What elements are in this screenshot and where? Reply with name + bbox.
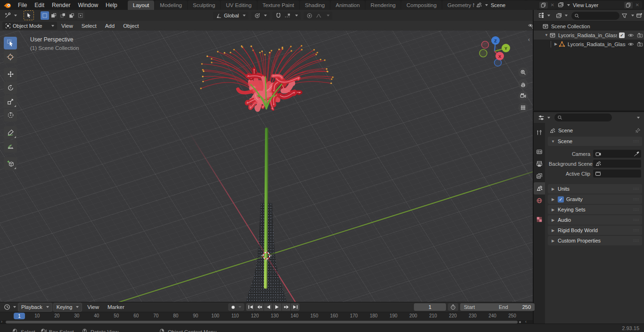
tool-select-box[interactable] (4, 37, 17, 49)
use-preview-range-button[interactable] (448, 303, 458, 311)
disclosure-closed-icon[interactable]: ▶ (553, 42, 559, 46)
tool-scale[interactable] (4, 95, 17, 108)
new-collection-icon[interactable] (636, 12, 643, 19)
menu-help[interactable]: Help (102, 0, 121, 10)
workspace-tab-compositing[interactable]: Compositing (401, 0, 442, 10)
tool-cursor[interactable] (4, 50, 17, 63)
property-field-camera[interactable] (593, 150, 641, 158)
axis-neg-y-ball[interactable] (479, 49, 487, 57)
tool-move[interactable] (4, 68, 17, 81)
toggle-perspective-button[interactable] (518, 103, 528, 113)
outliner-row-scene-collection[interactable]: Scene Collection (534, 22, 644, 31)
viewport-menu-view[interactable]: View (57, 22, 77, 30)
camera-restrict-icon[interactable] (637, 41, 643, 47)
tab-render[interactable] (534, 146, 545, 158)
zoom-button[interactable] (518, 67, 528, 77)
timeline-menu-marker[interactable]: Marker (103, 303, 129, 311)
viewport-menu-select[interactable]: Select (77, 22, 101, 30)
jump-to-end-button[interactable] (291, 303, 299, 311)
jump-to-start-button[interactable] (246, 303, 255, 311)
properties-search[interactable] (554, 113, 612, 121)
outliner-search[interactable] (571, 12, 619, 20)
eye-icon[interactable] (627, 41, 634, 47)
tool-add-cube[interactable] (4, 157, 17, 170)
viewport-3d[interactable]: User Perspective (1) Scene Collection Z … (0, 31, 533, 302)
tab-texture[interactable] (534, 213, 545, 226)
view-layer-name[interactable]: View Layer (571, 2, 623, 8)
property-field-background-scene[interactable] (593, 160, 641, 168)
tab-output[interactable] (534, 158, 545, 170)
timeline-editor-type[interactable] (2, 303, 18, 312)
tool-settings-editor-type[interactable] (2, 11, 19, 20)
auto-keying-button[interactable] (228, 303, 244, 311)
timeline-menu-playback[interactable]: Playback (18, 303, 52, 312)
play-button[interactable] (273, 303, 281, 311)
property-field-active-clip[interactable] (593, 170, 641, 178)
outliner-item-label[interactable]: Lycoris_Radiata_in_Glass_Vas (558, 32, 617, 38)
drag-handle-icon[interactable]: ∷∷ (634, 139, 639, 144)
workspace-tab-rendering[interactable]: Rendering (365, 0, 401, 10)
view-layer-selector[interactable]: View Layer ✕ (556, 1, 642, 9)
panel-header-keying-sets[interactable]: ▶Keying Sets∷∷ (548, 205, 642, 214)
axis-neg-x-ball[interactable] (482, 41, 489, 49)
play-reverse-button[interactable] (264, 303, 272, 311)
gravity-checkbox[interactable]: ✓ (558, 196, 564, 202)
snap-magnet-icon[interactable] (275, 13, 281, 19)
panel-header-scene[interactable]: ▼Scene∷∷ (548, 137, 642, 146)
menu-window[interactable]: Window (74, 0, 102, 10)
tool-transform[interactable] (4, 109, 17, 121)
mode-dropdown[interactable]: Object Mode (2, 22, 57, 30)
active-tool-select[interactable] (24, 10, 34, 20)
remove-view-layer-button[interactable]: ✕ (634, 2, 641, 8)
panel-header-units[interactable]: ▶Units∷∷ (548, 184, 642, 194)
proportional-editing-icon[interactable] (306, 13, 313, 19)
snap-target-icon[interactable] (284, 13, 290, 19)
drag-handle-icon[interactable]: ∷∷ (634, 218, 639, 222)
new-view-layer-button[interactable] (624, 2, 633, 8)
properties-editor-type[interactable] (536, 113, 552, 122)
scene-selector[interactable]: Scene ✕ (474, 1, 557, 9)
drag-handle-icon[interactable]: ∷∷ (634, 197, 639, 202)
select-mode-subtract[interactable] (58, 11, 67, 20)
select-mode-set[interactable] (41, 11, 49, 20)
pin-button[interactable] (635, 128, 641, 133)
timeline-menu-view[interactable]: View (83, 303, 103, 311)
tab-view-layer[interactable] (534, 170, 545, 182)
tab-tool[interactable] (534, 127, 545, 139)
timeline-menu-keying[interactable]: Keying (53, 303, 83, 312)
viewport-menu-object[interactable]: Object (119, 22, 143, 30)
panel-header-audio[interactable]: ▶Audio∷∷ (548, 215, 642, 225)
eyedropper-icon[interactable] (634, 151, 639, 157)
previous-keyframe-button[interactable] (255, 303, 264, 311)
workspace-tab-shading[interactable]: Shading (300, 0, 330, 10)
outliner-row-lycoris-radiata-in-glass[interactable]: ▶Lycoris_Radiata_in_Glass (534, 40, 644, 49)
workspace-tab-layout[interactable]: Layout (128, 0, 155, 10)
falloff-curve-icon[interactable] (315, 13, 322, 19)
select-mode-intersect[interactable] (76, 11, 85, 20)
camera-restrict-icon[interactable] (637, 32, 643, 38)
panel-header-custom-properties[interactable]: ▶Custom Properties∷∷ (548, 236, 642, 245)
tool-annotate[interactable] (4, 126, 17, 139)
tab-world[interactable] (534, 194, 545, 207)
frame-end-field[interactable]: End 250 (495, 303, 535, 311)
menu-edit[interactable]: Edit (31, 0, 48, 10)
outliner-item-label[interactable]: Scene Collection (551, 24, 641, 29)
timeline-ruler[interactable]: 1 10203040506070809010011012013014015016… (0, 312, 533, 320)
camera-view-button[interactable] (518, 91, 528, 101)
workspace-tab-modeling[interactable]: Modeling (155, 0, 187, 10)
select-mode-invert[interactable] (67, 11, 76, 20)
select-mode-extend[interactable] (50, 11, 58, 20)
workspace-tab-animation[interactable]: Animation (330, 0, 365, 10)
spider-lily-flower-object[interactable] (186, 37, 347, 147)
drag-handle-icon[interactable]: ∷∷ (634, 228, 639, 233)
next-keyframe-button[interactable] (282, 303, 290, 311)
filter-icon[interactable] (621, 13, 627, 19)
viewport-menu-add[interactable]: Add (101, 22, 119, 30)
outliner-row-lycoris-radiata-in-glass-vas[interactable]: ▼Lycoris_Radiata_in_Glass_Vas✓ (534, 31, 644, 40)
scene-name[interactable]: Scene (489, 2, 538, 8)
playhead[interactable]: 1 (14, 313, 25, 319)
panel-header-rigid-body-world[interactable]: ▶Rigid Body World∷∷ (548, 226, 642, 235)
drag-handle-icon[interactable]: ∷∷ (634, 208, 639, 212)
tool-rotate[interactable] (4, 81, 17, 94)
tool-measure[interactable] (4, 140, 17, 153)
